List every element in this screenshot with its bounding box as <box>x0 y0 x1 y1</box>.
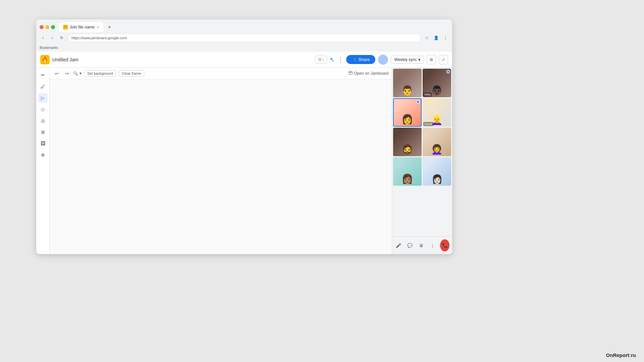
video-controls: 🎤 💬 🖥 ⋮ 📞 <box>392 236 452 254</box>
main-canvas-wrapper: ↩ ↪ 🔍 ▾ Set background Clear frame 🗔 Ope… <box>50 68 392 254</box>
user-avatar[interactable] <box>378 55 388 65</box>
video-thumb-p8[interactable]: 👩🏻 <box>423 157 451 186</box>
browser-window: 🔥 Join file name ✕ + ‹ › ↻ https://www.j… <box>36 19 452 254</box>
forward-button[interactable]: › <box>49 35 56 41</box>
video-thumb-p3[interactable]: 👩 <box>393 98 422 127</box>
open-external-button[interactable]: ⤢ <box>439 55 448 64</box>
share-icon: 👥 <box>352 57 356 62</box>
video-name-p4: Sarah <box>423 122 433 126</box>
menu-icon[interactable]: ⋮ <box>442 35 449 41</box>
undo-button[interactable]: ↩ <box>53 70 60 77</box>
url-text: https://www.jamboard.google.com <box>71 36 127 40</box>
app-toolbar: 🔥 Untitled Jam ⊡ › ↖ ⋮ 👥 Share Weekly sy… <box>36 52 452 68</box>
zoom-icon: 🔍 <box>73 71 78 76</box>
canvas-area: ✏ 🖊 ▷ ◇ ◎ ⊞ 🖼 ⊕ ↩ ↪ 🔍 ▾ Set background <box>36 68 452 254</box>
set-background-label: Set background <box>87 71 113 75</box>
video-thumb-p1[interactable]: 👨 <box>393 69 422 97</box>
toolbar-center: ⊡ › <box>315 56 327 63</box>
traffic-lights <box>40 25 55 29</box>
laser-tool-button[interactable]: ◎ <box>38 116 48 125</box>
app-title: Untitled Jam <box>52 57 313 62</box>
chat-button[interactable]: 💬 <box>406 241 414 250</box>
screen-share-button[interactable]: 🖥 <box>418 241 425 250</box>
tab-bar: 🔥 Join file name ✕ + <box>36 19 452 32</box>
microphone-button[interactable]: 🎤 <box>395 241 402 250</box>
bookmark-icon[interactable]: ☆ <box>423 35 430 41</box>
new-tab-button[interactable]: + <box>105 22 114 32</box>
more-options-button[interactable]: ⋮ <box>337 56 343 63</box>
maximize-traffic-light[interactable] <box>51 25 55 29</box>
url-input[interactable]: https://www.jamboard.google.com <box>68 34 421 42</box>
open-jamboard-icon: 🗔 <box>348 71 353 76</box>
bookmarks-label: Bookmarks <box>40 46 58 50</box>
share-button[interactable]: 👥 Share <box>346 55 375 64</box>
clear-frame-label: Clear frame <box>122 71 141 75</box>
browser-chrome: 🔥 Join file name ✕ + ‹ › ↻ https://www.j… <box>36 19 452 52</box>
profile-icon[interactable]: 👤 <box>433 35 439 41</box>
cursor-button[interactable]: ↖ <box>330 56 335 63</box>
bookmarks-bar: Bookmarks <box>36 44 452 52</box>
weekly-sync-label: Weekly sync <box>394 57 417 62</box>
toolbar-right: ↖ ⋮ 👥 Share Weekly sync ▾ ⊞ ⤢ <box>330 55 448 65</box>
refresh-button[interactable]: ↻ <box>58 35 65 41</box>
weekly-sync-button[interactable]: Weekly sync ▾ <box>391 56 424 64</box>
redo-button[interactable]: ↪ <box>63 70 70 77</box>
video-thumb-p7[interactable]: 👩🏽 <box>393 157 422 186</box>
video-name-p2: Mike <box>423 93 432 97</box>
tab-favicon: 🔥 <box>63 25 68 29</box>
video-panel: 👨 👨🏿 Mike 👩 <box>392 68 452 254</box>
sticky-tool-button[interactable]: ⊞ <box>38 127 48 137</box>
video-thumb-p2[interactable]: 👨🏿 Mike <box>423 69 451 97</box>
tab-title: Join file name <box>70 25 95 29</box>
open-jamboard-label: Open on Jamboard <box>354 71 388 76</box>
end-call-button[interactable]: 📞 <box>440 239 449 251</box>
image-tool-button[interactable]: 🖼 <box>38 139 48 148</box>
close-traffic-light[interactable] <box>40 25 44 29</box>
marker-tool-button[interactable]: 🖊 <box>38 82 48 91</box>
minimize-traffic-light[interactable] <box>45 25 49 29</box>
dropdown-arrow: ▾ <box>418 57 420 62</box>
shape-tool-button[interactable]: ▷ <box>38 93 48 103</box>
app-logo: 🔥 <box>40 55 50 64</box>
video-thumb-p4[interactable]: 👱‍♀️ Sarah <box>423 98 451 127</box>
select-tool-button[interactable]: ◇ <box>38 105 48 114</box>
address-bar: ‹ › ↻ https://www.jamboard.google.com ☆ … <box>36 32 452 44</box>
zoom-arrow: ▾ <box>79 71 82 76</box>
frame-selector[interactable]: ⊡ › <box>315 56 327 63</box>
frame-arrow: › <box>323 58 324 62</box>
video-grid: 👨 👨🏿 Mike 👩 <box>392 68 452 187</box>
video-thumb-p5[interactable]: 🧔 <box>393 128 422 156</box>
zoom-control[interactable]: 🔍 ▾ <box>73 71 82 76</box>
pen-tool-button[interactable]: ✏ <box>38 70 48 80</box>
left-toolbar: ✏ 🖊 ▷ ◇ ◎ ⊞ 🖼 ⊕ <box>36 68 50 254</box>
more-tools-button[interactable]: ⊕ <box>38 150 48 160</box>
back-button[interactable]: ‹ <box>40 35 46 41</box>
share-label: Share <box>358 57 370 62</box>
open-on-jamboard-button[interactable]: 🗔 Open on Jamboard <box>348 71 388 76</box>
video-thumb-p6[interactable]: 👩‍🦱 <box>423 128 451 156</box>
active-indicator-p3 <box>416 100 420 104</box>
set-background-button[interactable]: Set background <box>84 70 116 77</box>
active-tab[interactable]: 🔥 Join file name ✕ <box>59 22 103 32</box>
more-video-options-button[interactable]: ⋮ <box>429 241 436 250</box>
present-button[interactable]: ⊞ <box>427 55 436 64</box>
active-indicator-p2 <box>446 70 450 73</box>
frame-icon: ⊡ <box>318 57 321 62</box>
canvas-top-bar: ↩ ↪ 🔍 ▾ Set background Clear frame 🗔 Ope… <box>50 68 392 79</box>
tab-close-button[interactable]: ✕ <box>97 25 99 29</box>
clear-frame-button[interactable]: Clear frame <box>119 70 144 77</box>
